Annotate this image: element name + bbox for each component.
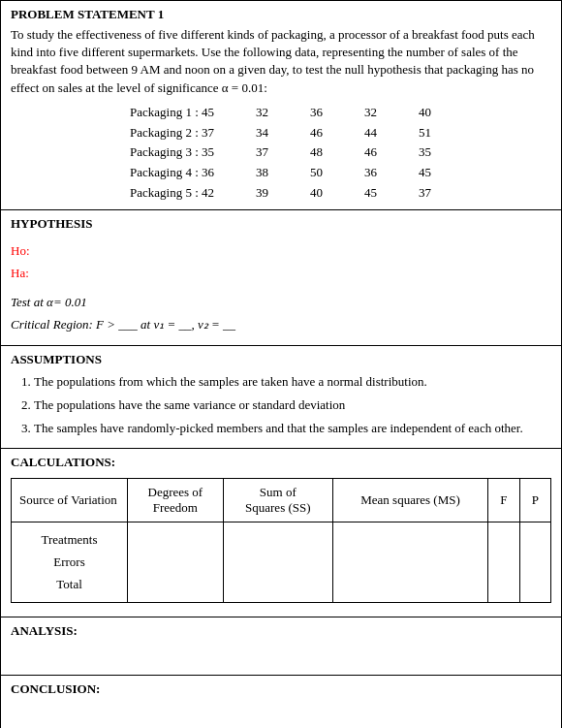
source-treatments: Treatments — [41, 528, 97, 551]
conclusion-title: CONCLUSION: — [11, 681, 551, 697]
packaging-row: Packaging 5 : 4239404537 — [88, 183, 551, 204]
packaging-row: Packaging 2 : 3734464451 — [88, 123, 551, 143]
packaging-value: 32 — [241, 103, 268, 123]
row-items-source: Treatments Errors Total — [19, 528, 119, 596]
calculations-section: CALCULATIONS: Source of Variation Degree… — [1, 449, 561, 617]
assumptions-title: ASSUMPTIONS — [11, 352, 551, 367]
col-ms: Mean squares (MS) — [332, 478, 487, 522]
critical-region-text: Critical Region: F > ___ at v₁ = __, v₂ … — [11, 317, 235, 332]
anova-data-row: Treatments Errors Total — [12, 522, 551, 602]
packaging-label: Packaging 1 : 45 — [88, 103, 214, 123]
packaging-row: Packaging 4 : 3638503645 — [88, 163, 551, 183]
p-values — [519, 522, 550, 602]
calculations-title: CALCULATIONS: — [11, 455, 551, 470]
ss-values — [223, 522, 332, 602]
packaging-value: 40 — [296, 183, 323, 204]
analysis-section: ANALYSIS: — [1, 617, 561, 676]
critical-region: Critical Region: F > ___ at v₁ = __, v₂ … — [11, 313, 551, 335]
assumption-item: The populations from which the samples a… — [34, 371, 551, 393]
page-container: PROBLEM STATEMENT 1 To study the effecti… — [0, 0, 562, 728]
ho-label: Ho: — [11, 239, 551, 262]
source-treatments-errors-total: Treatments Errors Total — [12, 522, 128, 602]
packaging-value: 39 — [241, 183, 268, 204]
packaging-value: 40 — [404, 103, 431, 123]
packaging-label: Packaging 2 : 37 — [88, 123, 214, 143]
packaging-value: 38 — [241, 163, 268, 183]
packaging-value: 37 — [241, 142, 268, 163]
packaging-value: 51 — [404, 123, 431, 143]
analysis-title: ANALYSIS: — [11, 623, 551, 639]
problem-description: To study the effectiveness of five diffe… — [11, 26, 551, 97]
packaging-value: 45 — [404, 163, 431, 183]
packaging-value: 46 — [296, 123, 323, 143]
packaging-value: 45 — [350, 183, 377, 204]
packaging-table: Packaging 1 : 4532363240Packaging 2 : 37… — [88, 103, 551, 204]
assumptions-section: ASSUMPTIONS The populations from which t… — [1, 346, 561, 448]
col-p: P — [519, 478, 550, 522]
hypothesis-content: Ho: Ha: Test at α= 0.01 Critical Region:… — [11, 236, 551, 340]
assumptions-content: The populations from which the samples a… — [11, 371, 551, 439]
packaging-value: 34 — [241, 123, 268, 143]
packaging-value: 36 — [350, 163, 377, 183]
dof-values — [128, 522, 224, 602]
ho-text: Ho: — [11, 243, 30, 258]
col-dof: Degrees ofFreedom — [128, 478, 224, 522]
conclusion-section: CONCLUSION: — [1, 676, 561, 728]
assumptions-list: The populations from which the samples a… — [34, 371, 551, 439]
packaging-label: Packaging 4 : 36 — [88, 163, 214, 183]
packaging-value: 48 — [296, 142, 323, 163]
f-values — [488, 522, 519, 602]
hypothesis-section: HYPOTHESIS Ho: Ha: Test at α= 0.01 Criti… — [1, 210, 561, 347]
ha-label: Ha: — [11, 262, 551, 284]
col-f: F — [488, 478, 519, 522]
anova-wrapper: Source of Variation Degrees ofFreedom Su… — [11, 478, 551, 603]
source-errors: Errors — [53, 551, 85, 573]
packaging-label: Packaging 5 : 42 — [88, 183, 214, 204]
packaging-value: 35 — [404, 142, 431, 163]
packaging-row: Packaging 1 : 4532363240 — [88, 103, 551, 123]
packaging-value: 44 — [350, 123, 377, 143]
packaging-value: 46 — [350, 142, 377, 163]
assumption-item: The samples have randomly-picked members… — [34, 418, 551, 439]
anova-header-row: Source of Variation Degrees ofFreedom Su… — [12, 478, 551, 522]
packaging-value: 32 — [350, 103, 377, 123]
packaging-value: 36 — [296, 103, 323, 123]
packaging-row: Packaging 3 : 3537484635 — [88, 142, 551, 163]
assumption-item: The populations have the same variance o… — [34, 395, 551, 416]
anova-table: Source of Variation Degrees ofFreedom Su… — [11, 478, 551, 603]
col-ss: Sum ofSquares (SS) — [223, 478, 332, 522]
anova-body: Treatments Errors Total — [12, 522, 551, 602]
test-line-text: Test at α= 0.01 — [11, 295, 87, 309]
packaging-value: 37 — [404, 183, 431, 204]
packaging-label: Packaging 3 : 35 — [88, 142, 214, 163]
packaging-value: 50 — [296, 163, 323, 183]
ha-text: Ha: — [11, 266, 29, 280]
col-source: Source of Variation — [12, 478, 128, 522]
problem-section: PROBLEM STATEMENT 1 To study the effecti… — [1, 1, 561, 210]
ms-values — [332, 522, 487, 602]
problem-title: PROBLEM STATEMENT 1 — [11, 7, 551, 22]
source-total: Total — [56, 573, 82, 595]
test-line: Test at α= 0.01 — [11, 291, 551, 313]
hypothesis-title: HYPOTHESIS — [11, 216, 551, 232]
